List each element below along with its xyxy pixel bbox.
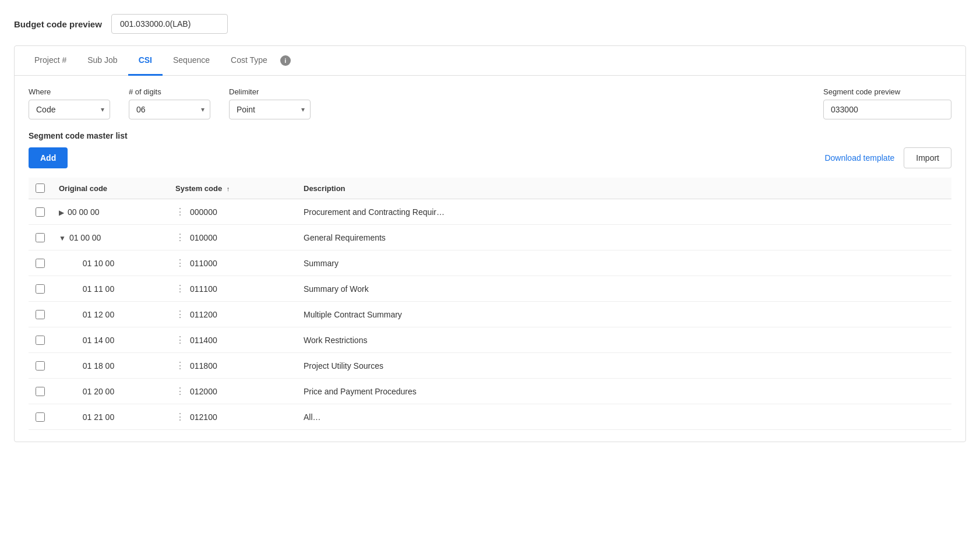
system-code-value: 011400 (190, 336, 217, 345)
select-all-checkbox[interactable] (36, 184, 45, 193)
original-code-value: 01 00 00 (69, 233, 101, 242)
num-digits-label: # of digits (129, 87, 210, 96)
table-row: 01 12 00 ⋮ 011200 Multiple Contract Summ… (29, 302, 951, 327)
system-code-value: 011800 (190, 361, 217, 370)
row-checkbox-cell (29, 327, 52, 353)
description-cell: Multiple Contract Summary (297, 302, 951, 327)
header-checkbox-col (29, 178, 52, 199)
table-row: ▶00 00 00 ⋮ 000000 Procurement and Contr… (29, 199, 951, 225)
download-template-link[interactable]: Download template (824, 153, 894, 163)
table-row: 01 21 00 ⋮ 012100 All… (29, 404, 951, 430)
budget-preview-row: Budget code preview 001.033000.0(LAB) (14, 14, 966, 34)
description-cell: Work Restrictions (297, 327, 951, 353)
num-digits-select[interactable]: 02 04 06 08 (129, 100, 210, 119)
system-code-cell: ⋮ 011400 (168, 327, 297, 353)
system-code-value: 010000 (190, 233, 217, 242)
dots-menu[interactable]: ⋮ (175, 360, 185, 371)
row-checkbox[interactable] (36, 310, 45, 319)
description-cell: Summary of Work (297, 276, 951, 302)
dots-menu[interactable]: ⋮ (175, 309, 185, 320)
tabs-bar: Project # Sub Job CSI Sequence Cost Type… (15, 46, 965, 76)
table-row: ▼01 00 00 ⋮ 010000 General Requirements (29, 225, 951, 250)
tab-subjob[interactable]: Sub Job (77, 46, 128, 76)
tab-project[interactable]: Project # (24, 46, 77, 76)
tab-csi[interactable]: CSI (128, 46, 163, 76)
table-header-row: Original code System code ↑ Description (29, 178, 951, 199)
table-wrapper: Original code System code ↑ Description (29, 178, 951, 430)
page-wrapper: Budget code preview 001.033000.0(LAB) Pr… (0, 0, 980, 554)
dots-menu[interactable]: ⋮ (175, 206, 185, 217)
dots-menu[interactable]: ⋮ (175, 386, 185, 397)
original-code-value: 01 10 00 (66, 259, 115, 268)
table-row: 01 18 00 ⋮ 011800 Project Utility Source… (29, 353, 951, 379)
fields-row: Where Code Description ▾ # of digits (29, 87, 951, 119)
segment-preview-input[interactable] (823, 100, 951, 119)
row-checkbox[interactable] (36, 336, 45, 345)
delimiter-select-wrapper: None Point Dash Slash ▾ (229, 100, 311, 119)
system-code-cell: ⋮ 012000 (168, 379, 297, 404)
system-code-cell: ⋮ 011800 (168, 353, 297, 379)
add-button[interactable]: Add (29, 147, 68, 168)
header-system-code[interactable]: System code ↑ (168, 178, 297, 199)
main-card: Project # Sub Job CSI Sequence Cost Type… (14, 45, 966, 442)
expand-icon[interactable]: ▶ (59, 209, 64, 217)
system-code-cell: ⋮ 010000 (168, 225, 297, 250)
num-digits-field-group: # of digits 02 04 06 08 ▾ (129, 87, 210, 119)
row-checkbox[interactable] (36, 207, 45, 217)
budget-preview-value: 001.033000.0(LAB) (111, 14, 228, 34)
row-checkbox-cell (29, 199, 52, 225)
row-checkbox[interactable] (36, 412, 45, 422)
collapse-icon[interactable]: ▼ (59, 234, 66, 242)
dots-menu[interactable]: ⋮ (175, 334, 185, 345)
header-description: Description (297, 178, 951, 199)
system-code-value: 011200 (190, 310, 217, 319)
description-cell: All… (297, 404, 951, 430)
delimiter-label: Delimiter (229, 87, 311, 96)
segment-preview-group: Segment code preview (823, 87, 951, 119)
row-checkbox-cell (29, 250, 52, 276)
system-code-value: 011000 (190, 259, 217, 268)
system-code-value: 000000 (190, 207, 217, 217)
system-code-cell: ⋮ 011200 (168, 302, 297, 327)
description-cell: Price and Payment Procedures (297, 379, 951, 404)
system-code-value: 012100 (190, 412, 217, 422)
row-checkbox[interactable] (36, 387, 45, 396)
original-code-cell: 01 20 00 (52, 379, 168, 404)
import-button[interactable]: Import (904, 147, 951, 168)
dots-menu[interactable]: ⋮ (175, 232, 185, 243)
where-select[interactable]: Code Description (29, 100, 110, 119)
original-code-cell: 01 10 00 (52, 250, 168, 276)
row-checkbox[interactable] (36, 233, 45, 242)
tab-costtype[interactable]: Cost Type (220, 46, 278, 76)
original-code-cell: ▶00 00 00 (52, 199, 168, 225)
actions-left: Add (29, 147, 68, 168)
table-row: 01 20 00 ⋮ 012000 Price and Payment Proc… (29, 379, 951, 404)
system-code-value: 011100 (190, 284, 217, 294)
description-cell: Summary (297, 250, 951, 276)
original-code-cell: 01 14 00 (52, 327, 168, 353)
dots-menu[interactable]: ⋮ (175, 257, 185, 269)
original-code-value: 01 18 00 (66, 361, 115, 370)
system-code-cell: ⋮ 012100 (168, 404, 297, 430)
original-code-cell: 01 21 00 (52, 404, 168, 430)
original-code-cell: 01 11 00 (52, 276, 168, 302)
tab-sequence[interactable]: Sequence (163, 46, 220, 76)
row-checkbox[interactable] (36, 259, 45, 268)
row-checkbox[interactable] (36, 284, 45, 294)
info-icon[interactable]: i (280, 55, 291, 66)
table-row: 01 11 00 ⋮ 011100 Summary of Work (29, 276, 951, 302)
original-code-value: 01 14 00 (66, 336, 115, 345)
row-checkbox-cell (29, 302, 52, 327)
actions-right: Download template Import (824, 147, 951, 168)
num-digits-select-wrapper: 02 04 06 08 ▾ (129, 100, 210, 119)
where-field-group: Where Code Description ▾ (29, 87, 110, 119)
row-checkbox-cell (29, 353, 52, 379)
section-title: Segment code master list (29, 131, 951, 140)
delimiter-select[interactable]: None Point Dash Slash (229, 100, 311, 119)
row-checkbox[interactable] (36, 361, 45, 370)
original-code-value: 01 21 00 (66, 412, 115, 422)
dots-menu[interactable]: ⋮ (175, 283, 185, 294)
dots-menu[interactable]: ⋮ (175, 411, 185, 422)
description-cell: Project Utility Sources (297, 353, 951, 379)
header-original-code: Original code (52, 178, 168, 199)
